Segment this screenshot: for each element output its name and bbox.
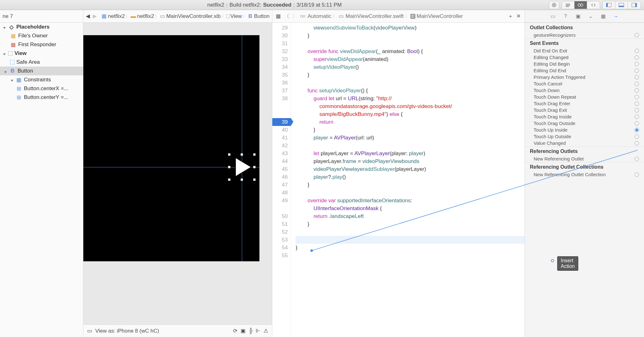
nav-back-icon[interactable]: 〈 — [283, 13, 290, 20]
connection-port[interactable] — [635, 108, 639, 112]
sent-event-row[interactable]: Touch Up Outside — [525, 133, 644, 140]
connection-port[interactable] — [635, 141, 639, 145]
resize-handle[interactable] — [253, 153, 256, 156]
sent-event-row[interactable]: Touch Drag Exit — [525, 107, 644, 113]
new-referencing-outlet-row[interactable]: New Referencing Outlet — [525, 155, 644, 162]
editor-mode-segmented[interactable] — [562, 1, 600, 9]
sent-event-row[interactable]: Did End On Exit — [525, 47, 644, 54]
bottom-panel-toggle[interactable] — [615, 1, 628, 9]
outline-placeholders-header[interactable]: ◇ Placeholders — [0, 23, 83, 31]
file-inspector-icon[interactable]: ▭ — [550, 13, 557, 20]
connection-port[interactable] — [635, 128, 639, 132]
close-editor-icon[interactable]: ✕ — [515, 13, 522, 20]
sent-event-row[interactable]: Touch Drag Outside — [525, 120, 644, 127]
play-button-view[interactable] — [229, 155, 254, 180]
gesture-recognizers-row[interactable]: gestureRecognizers — [525, 32, 644, 38]
code-area[interactable]: 2930313233343536373839404142434445464748… — [272, 23, 525, 337]
connection-port[interactable] — [635, 95, 639, 99]
outline-button[interactable]: BButton — [0, 67, 83, 75]
jumpbar-file[interactable]: MainViewController.swift — [346, 13, 404, 19]
connection-port[interactable] — [635, 33, 639, 37]
disclosure-triangle-icon[interactable] — [10, 78, 14, 82]
disclosure-triangle-icon[interactable] — [3, 52, 6, 55]
sent-event-row[interactable]: Editing Changed — [525, 54, 644, 61]
disclosure-triangle-icon[interactable] — [4, 69, 8, 73]
outline-files-owner[interactable]: ▦File's Owner — [0, 31, 83, 40]
disclosure-triangle-icon[interactable] — [3, 25, 6, 29]
nav-forward-icon[interactable]: 〉 — [291, 13, 298, 20]
connection-port[interactable] — [635, 172, 639, 177]
right-panel-toggle[interactable] — [628, 1, 641, 9]
outline-constraint-y[interactable]: ⊞Button.centerY =... — [0, 93, 83, 102]
connection-port[interactable] — [635, 75, 639, 79]
inspector-tabs[interactable]: ▭ ? ▣ ⌄ ▦ → — [525, 10, 644, 23]
connection-port[interactable] — [635, 134, 639, 139]
sent-event-row[interactable]: Editing Did Begin — [525, 61, 644, 67]
connection-port[interactable] — [635, 88, 639, 93]
outline-constraint-x[interactable]: ⊞Button.centerX =... — [0, 84, 83, 93]
connection-port[interactable] — [635, 49, 639, 53]
code-text[interactable]: viewsendSubviewToBack(videoPlayerView) }… — [291, 23, 525, 337]
sent-event-row[interactable]: Touch Cancel — [525, 80, 644, 87]
pin-icon[interactable]: ⊩ — [256, 328, 260, 334]
outline-first-responder[interactable]: ▦First Responder — [0, 40, 83, 49]
sent-event-row[interactable]: Editing Did End — [525, 67, 644, 74]
resize-handle[interactable] — [241, 178, 243, 181]
counterparts-icon[interactable] — [299, 13, 306, 20]
embed-icon[interactable]: ▣ — [241, 328, 246, 334]
canvas-scene[interactable] — [83, 23, 272, 324]
assistant-editor-button[interactable] — [575, 1, 587, 9]
connection-port[interactable] — [635, 101, 639, 106]
update-frames-icon[interactable]: ⟳ — [233, 328, 237, 334]
connections-inspector-icon[interactable]: → — [613, 13, 619, 20]
outline-constraints[interactable]: ▦Constraints — [0, 75, 83, 84]
view-as-label[interactable]: View as: iPhone 8 (wC hC) — [95, 328, 159, 334]
add-editor-icon[interactable]: ＋ — [507, 13, 514, 20]
connection-port[interactable] — [635, 121, 639, 126]
nav-forward-icon[interactable]: ▶ — [93, 13, 97, 19]
version-editor-button[interactable] — [587, 1, 600, 9]
outline-view-header[interactable]: View — [0, 49, 83, 58]
sent-event-row[interactable]: Touch Up Inside — [525, 127, 644, 133]
svg-point-13 — [301, 15, 303, 17]
outline-safe-area[interactable]: Safe Area — [0, 58, 83, 67]
resize-handle[interactable] — [228, 153, 230, 156]
panel-toggle-segmented[interactable] — [602, 1, 641, 9]
nav-back-icon[interactable]: ◀ — [86, 13, 90, 19]
resize-handle[interactable] — [228, 166, 230, 168]
resize-handle[interactable] — [241, 153, 243, 156]
line-gutter[interactable]: 2930313233343536373839404142434445464748… — [272, 23, 291, 337]
identity-inspector-icon[interactable]: ▣ — [575, 13, 582, 20]
sent-event-row[interactable]: Touch Down — [525, 87, 644, 94]
resize-handle[interactable] — [228, 178, 230, 181]
align-icon[interactable]: ╠ — [249, 328, 253, 334]
sent-event-row[interactable]: Touch Down Repeat — [525, 94, 644, 100]
activity-button[interactable] — [549, 1, 559, 9]
sent-event-row[interactable]: Touch Drag Enter — [525, 100, 644, 107]
outline-toggle-icon[interactable]: ▭ — [87, 328, 92, 334]
size-inspector-icon[interactable]: ▦ — [600, 13, 607, 20]
resize-handle[interactable] — [253, 178, 256, 181]
connection-port[interactable] — [635, 115, 639, 119]
connection-port[interactable] — [635, 157, 639, 161]
sent-event-row[interactable]: Touch Drag Inside — [525, 113, 644, 120]
quick-help-icon[interactable]: ? — [562, 13, 569, 20]
jumpbar-mode[interactable]: Automatic — [308, 13, 331, 19]
connection-port[interactable] — [635, 68, 639, 73]
connection-port[interactable] — [635, 55, 639, 60]
canvas-jumpbar[interactable]: ◀ ▶ ▦netflix2〉 ▬netflix2〉 ▭MainViewContr… — [83, 10, 272, 23]
attributes-inspector-icon[interactable]: ⌄ — [587, 13, 594, 20]
left-panel-toggle[interactable] — [603, 1, 615, 9]
resize-handle[interactable] — [253, 166, 256, 168]
device-frame[interactable] — [83, 35, 259, 261]
connection-port[interactable] — [635, 82, 639, 86]
resolve-icon[interactable]: ⚠ — [264, 328, 268, 334]
sent-event-row[interactable]: Primary Action Triggered — [525, 74, 644, 80]
related-items-icon[interactable]: ▦ — [275, 13, 282, 20]
standard-editor-button[interactable] — [562, 1, 575, 9]
new-referencing-outlet-collection-row[interactable]: New Referencing Outlet Collection — [525, 171, 644, 178]
sent-event-row[interactable]: Value Changed — [525, 140, 644, 146]
jumpbar-class[interactable]: MainViewController — [417, 13, 463, 19]
connection-port[interactable] — [635, 62, 639, 66]
editor-jumpbar[interactable]: ▦ 〈 〉 Automatic〉 ▭MainViewController.swi… — [272, 10, 525, 23]
